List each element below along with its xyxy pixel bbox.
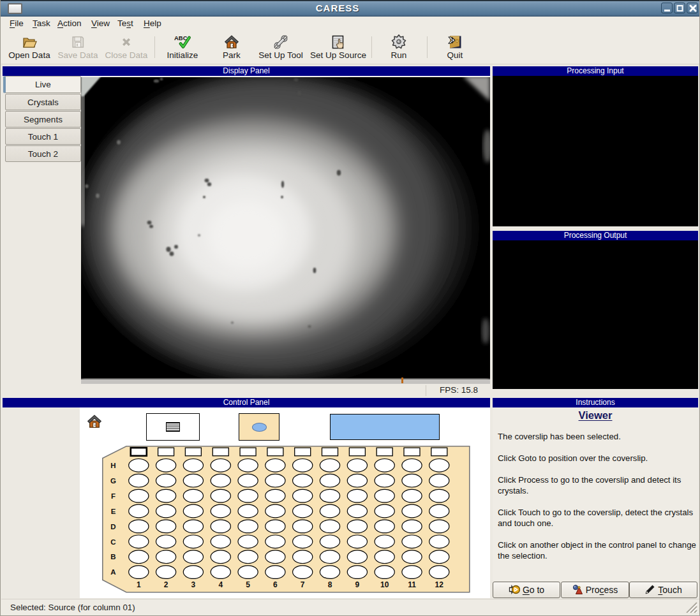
svg-text:9: 9 (355, 580, 360, 589)
svg-text:12: 12 (435, 580, 444, 589)
svg-text:3: 3 (191, 580, 196, 589)
svg-text:C: C (110, 538, 115, 546)
svg-text:A: A (110, 568, 115, 576)
svg-text:10: 10 (380, 580, 389, 589)
svg-text:2: 2 (164, 580, 168, 589)
svg-text:B: B (110, 553, 115, 561)
svg-text:4: 4 (218, 580, 223, 589)
svg-text:11: 11 (408, 580, 416, 589)
svg-text:G: G (110, 477, 116, 485)
svg-text:D: D (110, 523, 115, 531)
svg-text:1: 1 (137, 580, 141, 589)
svg-text:ABC: ABC (174, 34, 188, 41)
svg-text:H: H (110, 462, 115, 469)
svg-text:6: 6 (273, 580, 278, 589)
svg-text:7: 7 (301, 580, 305, 589)
svg-text:5: 5 (246, 580, 250, 589)
svg-text:F: F (111, 492, 115, 500)
svg-text:E: E (111, 508, 116, 515)
svg-text:8: 8 (328, 580, 332, 589)
